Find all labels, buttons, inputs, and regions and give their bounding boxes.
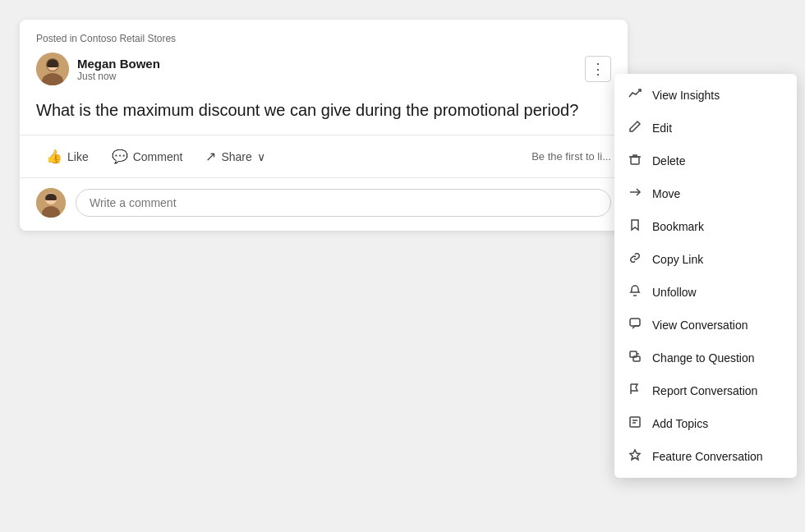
comment-label: Comment: [133, 150, 183, 163]
feature-conversation-label: Feature Conversation: [652, 450, 763, 463]
svg-rect-7: [45, 197, 57, 200]
like-icon: 👍: [46, 149, 62, 164]
author-row: Megan Bowen Just now ⋮: [36, 53, 611, 85]
move-label: Move: [652, 187, 680, 200]
menu-item-edit[interactable]: Edit: [614, 112, 797, 144]
svg-rect-13: [630, 319, 640, 326]
comment-row: [20, 177, 628, 231]
avatar: [36, 53, 69, 85]
post-header: Posted in Contoso Retail Stores Megan Bo…: [20, 20, 628, 85]
author-details: Megan Bowen Just now: [77, 57, 160, 82]
dropdown-menu: View InsightsEditDeleteMoveBookmarkCopy …: [614, 74, 797, 478]
unfollow-label: Unfollow: [652, 286, 697, 299]
more-button[interactable]: ⋮: [585, 56, 611, 82]
svg-rect-9: [631, 157, 639, 164]
comment-input[interactable]: [76, 189, 611, 217]
copy-link-icon: [628, 251, 642, 268]
delete-label: Delete: [652, 154, 685, 167]
add-topics-label: Add Topics: [652, 417, 708, 430]
share-button[interactable]: ↗ Share ∨: [196, 144, 274, 169]
delete-icon: [628, 153, 642, 169]
share-icon: ↗: [205, 149, 216, 164]
menu-item-unfollow[interactable]: Unfollow: [614, 276, 797, 309]
menu-item-feature-conversation[interactable]: Feature Conversation: [614, 440, 797, 473]
menu-item-change-to-question[interactable]: Change to Question: [614, 342, 797, 374]
author-name: Megan Bowen: [77, 57, 160, 71]
edit-label: Edit: [652, 122, 672, 135]
share-chevron-icon: ∨: [257, 150, 265, 163]
view-conversation-label: View Conversation: [652, 319, 748, 332]
menu-item-view-conversation[interactable]: View Conversation: [614, 309, 797, 342]
post-card: Posted in Contoso Retail Stores Megan Bo…: [20, 20, 628, 231]
svg-marker-20: [630, 450, 640, 460]
menu-item-report-conversation[interactable]: Report Conversation: [614, 374, 797, 407]
share-label: Share: [221, 150, 251, 163]
view-insights-icon: [628, 87, 642, 103]
menu-item-add-topics[interactable]: Add Topics: [614, 407, 797, 440]
report-conversation-label: Report Conversation: [652, 384, 757, 397]
posted-in-label: Posted in Contoso Retail Stores: [36, 33, 611, 44]
add-topics-icon: [628, 415, 642, 432]
menu-item-move[interactable]: Move: [614, 177, 797, 210]
author-time: Just now: [77, 71, 160, 82]
report-conversation-icon: [628, 383, 642, 399]
svg-rect-4: [47, 63, 58, 67]
author-info: Megan Bowen Just now: [36, 53, 160, 85]
comment-button[interactable]: 💬 Comment: [102, 144, 193, 169]
feature-conversation-icon: [628, 448, 642, 465]
unfollow-icon: [628, 284, 642, 300]
post-question: What is the maximum discount we can give…: [36, 99, 611, 122]
post-content: What is the maximum discount we can give…: [20, 85, 628, 135]
menu-item-bookmark[interactable]: Bookmark: [614, 210, 797, 243]
svg-rect-17: [630, 417, 640, 427]
comment-avatar: [36, 188, 66, 218]
change-to-question-icon: [628, 350, 642, 366]
menu-item-delete[interactable]: Delete: [614, 144, 797, 177]
like-button[interactable]: 👍 Like: [36, 144, 99, 169]
menu-item-copy-link[interactable]: Copy Link: [614, 243, 797, 276]
copy-link-label: Copy Link: [652, 253, 703, 266]
bookmark-label: Bookmark: [652, 220, 704, 233]
like-label: Like: [67, 150, 89, 163]
change-to-question-label: Change to Question: [652, 351, 755, 365]
edit-icon: [628, 120, 642, 136]
view-insights-label: View Insights: [652, 89, 720, 102]
move-icon: [628, 186, 642, 202]
be-first-text: Be the first to li...: [531, 150, 611, 163]
comment-icon: 💬: [112, 149, 128, 164]
bookmark-icon: [628, 218, 642, 235]
menu-item-view-insights[interactable]: View Insights: [614, 79, 797, 112]
view-conversation-icon: [628, 317, 642, 333]
post-actions: 👍 Like 💬 Comment ↗ Share ∨ Be the first …: [20, 135, 628, 177]
